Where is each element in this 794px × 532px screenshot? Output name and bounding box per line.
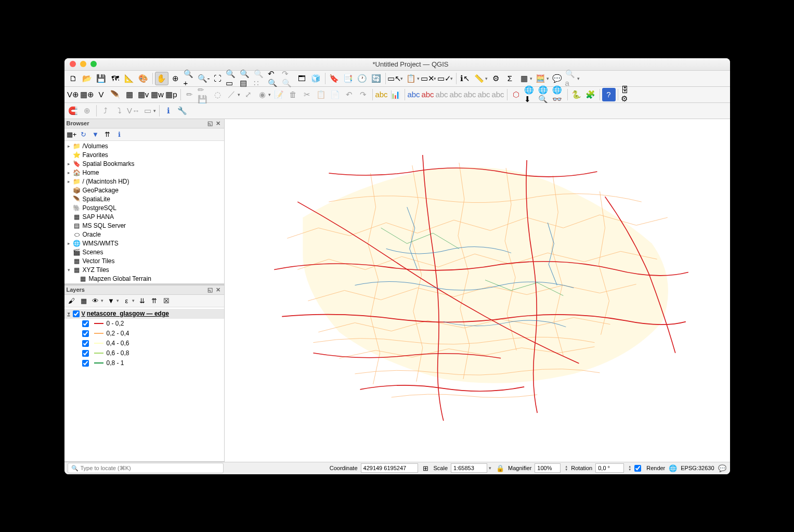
annotation-button[interactable]: 🔍a [565,72,578,85]
add-layer-icon[interactable]: ▦+ [67,129,77,139]
filter-legend-icon[interactable]: ▼ [106,295,116,306]
collapse-all-icon[interactable]: ⇈ [102,129,113,139]
locator-bar[interactable]: 🔍 [68,463,224,473]
coordinate-field[interactable]: 429149 6195247 [361,463,418,473]
panel-close-icon[interactable]: ✕ [215,120,222,127]
select-all-button[interactable]: ▭✓ [438,72,451,85]
rotation-spinner[interactable]: ▲▼ [628,465,631,471]
zoom-to-native-button[interactable]: 🔍∷ [253,72,267,85]
panel-float-icon[interactable]: ◱ [206,120,214,127]
manage-visibility-icon[interactable]: 👁 [90,295,101,306]
copy-features-button[interactable]: 📋 [315,88,328,101]
panel-close-icon[interactable]: ✕ [215,286,222,293]
snap-settings-button[interactable]: ⊕ [81,104,94,118]
new-project-button[interactable]: 🗋 [67,72,80,85]
disclosure-icon[interactable]: ▾ [68,267,73,273]
disclosure-icon[interactable]: ▸ [68,179,73,184]
modify-attributes-button[interactable]: 📝 [272,88,286,101]
crs-label[interactable]: EPSG:32630 [681,465,714,471]
new-print-layout-button[interactable]: 🗺 [109,72,122,85]
disclosure-icon[interactable]: ▸ [68,170,73,175]
magnifier-spinner[interactable]: ▲▼ [565,465,568,471]
browser-item[interactable]: ▦SAP HANA [64,213,224,222]
pan-to-selection-button[interactable]: ⊕ [169,72,183,85]
add-feature-button[interactable]: ◌ [211,88,225,101]
add-mesh-layer-button[interactable]: V [95,88,108,101]
show-bookmarks-button[interactable]: 📑 [342,72,355,85]
delete-selected-button[interactable]: 🗑 [287,88,300,101]
select-by-value-button[interactable]: 📋 [405,72,418,85]
new-map-view-button[interactable]: 🗔 [295,72,309,85]
add-csv-layer-button[interactable]: 🪶 [109,88,122,101]
toggle-extents-icon[interactable]: ⊞ [421,463,431,473]
diagram-tool-button[interactable]: 📊 [389,88,402,101]
scale-field[interactable]: 1:65853 [451,463,487,473]
legend-class-row[interactable]: 0,6 - 0,8 [64,348,224,358]
move-feature-button[interactable]: ⤢ [242,88,255,101]
browser-tree[interactable]: ▸📁/Volumes⭐Favorites▸🔖Spatial Bookmarks▸… [64,141,224,285]
browser-item[interactable]: 🐘PostgreSQL [64,204,224,213]
move-label-button[interactable]: abc [449,88,463,101]
legend-class-row[interactable]: 0 - 0,2 [64,319,224,329]
class-visible-checkbox[interactable] [82,320,89,327]
properties-icon[interactable]: ℹ [114,129,125,139]
class-visible-checkbox[interactable] [82,350,89,357]
add-line-button[interactable]: ／ [225,88,239,101]
rotate-label-button[interactable]: abc [463,88,477,101]
osm-search-button[interactable]: 🌐🔍 [538,88,551,101]
expand-all-icon[interactable]: ⇊ [137,295,148,306]
zoom-last-button[interactable]: ↶🔍 [267,72,281,85]
maximize-button[interactable] [90,61,97,67]
scale-dropdown-icon[interactable]: ▾ [489,465,491,471]
vertex-tool-button[interactable]: ◉ [256,88,269,101]
filter-browser-icon[interactable]: ▼ [90,129,101,139]
show-label-button[interactable]: abc [435,88,449,101]
new-3d-map-view-button[interactable]: 🧊 [309,72,323,85]
disclosure-icon[interactable]: ▸ [68,241,73,246]
layers-tree[interactable]: ▾ V netascore_glasgow — edge 0 - 0,20,2 … [64,307,224,461]
legend-class-row[interactable]: 0,2 - 0,4 [64,329,224,339]
browser-item[interactable]: ⭐Favorites [64,151,224,160]
change-label-button[interactable]: abc [477,88,491,101]
messages-icon[interactable]: 💬 [718,463,727,473]
magnifier-field[interactable]: 100% [535,463,561,473]
redo-button[interactable]: ↷ [357,88,370,101]
action-button[interactable]: 🔧 [176,104,189,118]
field-calculator-button[interactable]: 🧮 [534,72,548,85]
style-manager-button[interactable]: 🎨 [137,72,150,85]
trace-button[interactable]: ⤴ [99,104,112,118]
select-features-button[interactable]: ▭↖ [388,72,401,85]
deselect-all-button[interactable]: ▭✕ [421,72,435,85]
topo-editing-button[interactable]: V↔ [127,104,140,118]
show-layout-manager-button[interactable]: 📐 [123,72,136,85]
zoom-to-layer-button[interactable]: 🔍▤ [239,72,253,85]
layer-visible-checkbox[interactable] [73,310,80,317]
browser-item[interactable]: ▦Vector Tiles [64,257,224,266]
browser-item[interactable]: ▦OpenStreetMap [64,283,224,285]
zoom-in-button[interactable]: 🔍+ [183,72,197,85]
layer-root[interactable]: ▾ V netascore_glasgow — edge [64,309,224,319]
help-button[interactable]: ? [602,88,616,101]
rotation-field[interactable]: 0,0 ° [595,463,624,473]
browser-item[interactable]: ▸🌐WMS/WMTS [64,239,224,248]
highlight-label-button[interactable]: abc [407,88,421,101]
expression-filter-icon[interactable]: ε [122,295,132,306]
locator-input[interactable] [81,465,220,471]
save-project-button[interactable]: 💾 [95,72,108,85]
new-bookmark-button[interactable]: 🔖 [328,72,341,85]
cut-features-button[interactable]: ✂ [301,88,314,101]
legend-class-row[interactable]: 0,8 - 1 [64,358,224,368]
close-button[interactable] [70,61,76,67]
toggle-editing-button[interactable]: ✏ [183,88,197,101]
render-checkbox[interactable] [634,465,641,472]
plugin-tool-1[interactable]: ⬡ [510,88,523,101]
snapping-button[interactable]: 🧲 [67,104,80,118]
osm-button[interactable]: 🌐👓 [552,88,565,101]
add-spatialite-layer-button[interactable]: ▦ [123,88,136,101]
python-console-button[interactable]: 🐍 [570,88,583,101]
temporal-controller-button[interactable]: 🕐 [356,72,369,85]
legend-class-row[interactable]: 0,4 - 0,6 [64,339,224,348]
measure-button[interactable]: 📏 [473,72,486,85]
lock-scale-icon[interactable]: 🔒 [496,463,505,473]
browser-item[interactable]: ▸📁/ (Macintosh HD) [64,177,224,186]
